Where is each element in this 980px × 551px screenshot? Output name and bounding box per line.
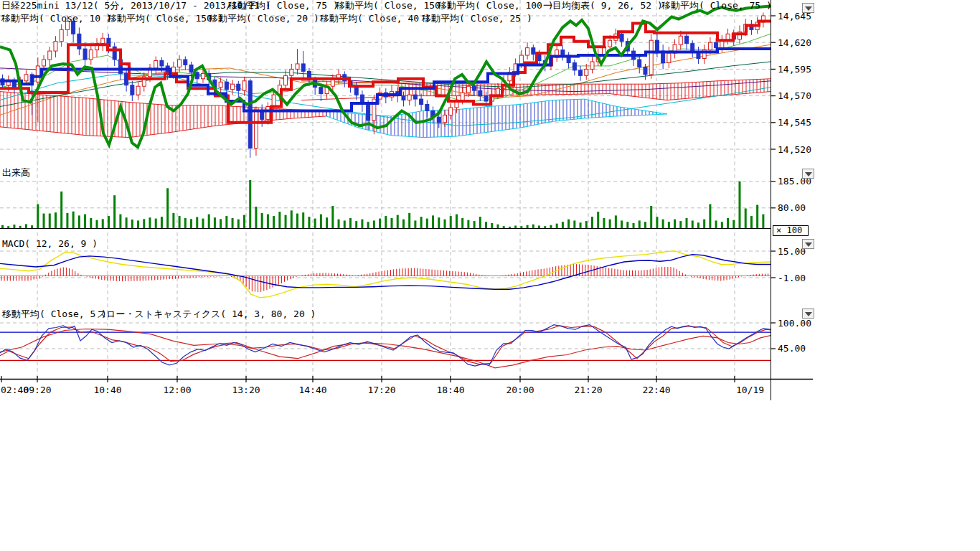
time-tick-label: 10:40 xyxy=(93,385,121,395)
time-tick-label: 22:40 xyxy=(642,385,670,395)
axis-tick-label: 80.00 xyxy=(778,202,806,213)
volume-multiplier-label: × 100 xyxy=(776,225,802,235)
time-tick-label: 10/19 xyxy=(736,385,764,395)
legend-row-2: 移動平均( Close, 10 )移動平均( Close, 150 )移動平均(… xyxy=(0,14,980,24)
legend-item: 移動平均( Close, 75 ) xyxy=(661,1,772,10)
macd-pane-label: MACD( 12, 26, 9 ) xyxy=(2,239,98,248)
time-tick-label: 14:40 xyxy=(298,385,326,395)
legend-item: 移動平均( Close, 40 ) xyxy=(320,14,430,23)
time-tick-label: 17:20 xyxy=(367,385,395,395)
legend-item: 移動平均( Close, 25 ) xyxy=(422,14,532,23)
time-tick-label: 13:20 xyxy=(232,385,260,395)
chevron-down-icon xyxy=(805,312,812,316)
axis-tick-label: 14,545 xyxy=(778,117,811,128)
price-pane-dropdown-button[interactable] xyxy=(802,3,814,13)
stoch-k-line xyxy=(0,325,771,367)
axis-tick-label: 14,595 xyxy=(778,64,811,75)
legend-item: 一目均衡表( 9, 26, 52 ) xyxy=(543,1,663,10)
legend-item: 移動平均( Close, 150 ) xyxy=(108,14,224,23)
time-tick-label: 20:00 xyxy=(506,385,534,395)
stoch-pane-dropdown-button[interactable] xyxy=(802,309,814,319)
legend-item: 移動平均( Close, 100 ) xyxy=(438,1,554,10)
ichimoku-clouds xyxy=(0,79,771,138)
legend-item: 移動平均( Close, 10 ) xyxy=(1,14,112,23)
legend-item: 移動平均( Close, 75 ) xyxy=(228,1,339,10)
time-tick-label: 21:20 xyxy=(574,385,602,395)
tenkan-red xyxy=(0,21,771,122)
stochastics-pane-label: スロー・ストキャスティクス( 14, 3, 80, 20 ) xyxy=(97,309,316,319)
plot-area xyxy=(0,0,771,379)
volume-multiplier-box: × 100 xyxy=(773,225,809,236)
volume-series xyxy=(1,180,764,228)
chevron-down-icon xyxy=(805,6,812,11)
axis-tick-label: 45.00 xyxy=(778,343,806,354)
chart-canvas[interactable]: 14,64514,62014,59514,57014,54514,520185.… xyxy=(0,0,980,551)
legend-item: 移動平均( Close, 20 ) xyxy=(209,14,319,23)
macd-pane-dropdown-button[interactable] xyxy=(802,239,814,249)
chart-window: 14,64514,62014,59514,57014,54514,520185.… xyxy=(0,0,980,551)
chevron-down-icon xyxy=(805,172,812,176)
legend-row-1: 日経225mini 13/12( 5分, 2013/10/17 - 2013/1… xyxy=(0,1,980,11)
stoch-d-line xyxy=(0,326,771,364)
legend-item: 移動平均( Close, 150 ) xyxy=(336,1,452,10)
volume-pane-dropdown-button[interactable] xyxy=(802,169,814,179)
time-tick-label: 18:40 xyxy=(436,385,464,395)
axis-tick-label: 14,620 xyxy=(778,37,811,48)
time-tick-label: 12:00 xyxy=(163,385,191,395)
stoch-ma-pane-label: 移動平均( Close, 5 ) xyxy=(2,309,107,319)
chevron-down-icon xyxy=(805,242,812,247)
axis-tick-label: 100.00 xyxy=(778,318,811,329)
macd-signal-line xyxy=(0,255,771,290)
volume-pane-label: 出来高 xyxy=(2,168,30,177)
ma75-green xyxy=(0,6,771,147)
axis-tick-label: 14,520 xyxy=(778,144,811,155)
cloud-blue-mid xyxy=(326,99,667,138)
time-tick-label: 09:20 xyxy=(23,385,51,395)
axis-tick-label: 14,570 xyxy=(778,90,811,101)
axis-tick-label: -1.00 xyxy=(778,273,806,283)
